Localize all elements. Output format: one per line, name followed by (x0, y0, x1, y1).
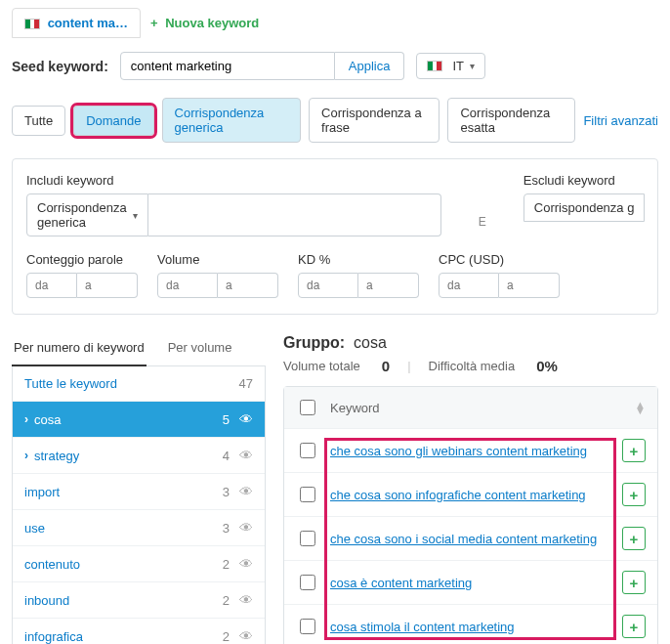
kw-group-label: infografica (24, 629, 202, 644)
cpc-to[interactable] (499, 273, 560, 298)
volume-to[interactable] (218, 273, 278, 298)
eye-icon[interactable]: 👁 (239, 592, 253, 608)
add-button[interactable]: + (622, 615, 646, 638)
row-checkbox[interactable] (300, 619, 315, 634)
chevron-down-icon: ▾ (133, 210, 138, 221)
apply-button[interactable]: Applica (335, 52, 405, 80)
flag-icon (24, 19, 40, 29)
sort-icon[interactable]: ▲▼ (635, 402, 646, 413)
exclude-match-label: Corrispondenza g (534, 200, 635, 215)
new-keyword-label: Nuova keyword (165, 16, 259, 30)
and-separator: E (475, 215, 490, 236)
seed-label: Seed keyword: (12, 59, 108, 74)
locale-select[interactable]: IT ▾ (416, 53, 485, 79)
tab-main[interactable]: content ma… (12, 8, 141, 38)
keyword-link[interactable]: che cosa sono gli webinars content marke… (330, 444, 587, 458)
add-button[interactable]: + (622, 527, 646, 550)
chevron-right-icon: › (24, 449, 28, 462)
kw-group-item[interactable]: infografica2👁 (13, 619, 265, 644)
view-tab-by-kw[interactable]: Per numero di keyword (12, 332, 147, 366)
table-row: cosa stimola il content marketing+ (284, 605, 657, 644)
kw-group-label: inbound (24, 593, 202, 608)
cpc-label: CPC (USD) (439, 252, 560, 267)
kd-to[interactable] (358, 273, 419, 298)
eye-icon[interactable]: 👁 (239, 556, 253, 572)
add-button[interactable]: + (622, 571, 646, 594)
kw-group-item[interactable]: import3👁 (13, 474, 265, 510)
stat-separator: | (407, 359, 410, 373)
keyword-table: Keyword ▲▼ che cosa sono gli webinars co… (283, 386, 658, 644)
exclude-match-select[interactable]: Corrispondenza g (523, 193, 646, 222)
add-button[interactable]: + (622, 439, 646, 462)
kw-group-item[interactable]: ›cosa5👁 (13, 402, 265, 438)
row-checkbox[interactable] (300, 531, 315, 546)
volume-label: Volume (157, 252, 278, 267)
row-checkbox[interactable] (300, 575, 315, 590)
eye-icon[interactable]: 👁 (239, 411, 253, 427)
volume-from[interactable] (157, 273, 218, 298)
flag-icon (427, 61, 442, 71)
filter-tab-exact[interactable]: Corrispondenza esatta (447, 98, 575, 143)
total-volume-value: 0 (382, 358, 390, 374)
keyword-link[interactable]: cosa stimola il content marketing (330, 620, 515, 634)
add-button[interactable]: + (622, 483, 646, 506)
include-match-select[interactable]: Corrispondenza generica ▾ (26, 193, 148, 236)
wordcount-from[interactable] (26, 273, 77, 298)
eye-icon[interactable]: 👁 (239, 484, 253, 499)
table-header-row: Keyword ▲▼ (284, 387, 657, 429)
kw-group-count: 2 (202, 629, 230, 644)
cpc-from[interactable] (439, 273, 499, 298)
exclude-label: Escludi keyword (523, 173, 646, 188)
include-input[interactable] (148, 193, 441, 236)
table-row: che cosa sono i social media content mar… (284, 517, 657, 561)
filter-tab-broad[interactable]: Corrispondenza generica (162, 98, 302, 143)
chevron-down-icon: ▾ (470, 61, 475, 71)
filter-tab-all[interactable]: Tutte (12, 106, 65, 136)
group-title-prefix: Gruppo: (283, 334, 345, 351)
tab-main-label: content ma… (48, 16, 128, 30)
filter-tab-phrase[interactable]: Corrispondenza a frase (309, 98, 440, 143)
wordcount-to[interactable] (77, 273, 138, 298)
plus-icon: + (150, 16, 158, 30)
table-row: che cosa sono gli webinars content marke… (284, 429, 657, 473)
eye-icon[interactable]: 👁 (239, 628, 253, 644)
kw-group-count: 2 (202, 593, 230, 608)
keyword-group-list: Tutte le keyword 47 ›cosa5👁›strategy4👁im… (12, 366, 266, 644)
chevron-right-icon: › (24, 412, 28, 426)
kw-group-item[interactable]: contenuto2👁 (13, 546, 265, 582)
seed-input[interactable] (120, 52, 335, 80)
col-keyword[interactable]: Keyword (330, 401, 623, 415)
kw-group-label: Tutte le keyword (24, 376, 226, 391)
row-checkbox[interactable] (300, 443, 315, 458)
group-title-value: cosa (354, 334, 387, 351)
kw-group-item[interactable]: inbound2👁 (13, 582, 265, 619)
kw-group-item[interactable]: ›strategy4👁 (13, 438, 265, 474)
table-row: cosa è content marketing+ (284, 561, 657, 605)
kw-group-count: 3 (202, 485, 230, 499)
eye-icon[interactable]: 👁 (239, 448, 253, 463)
include-match-label: Corrispondenza generica (37, 200, 127, 230)
kw-group-label: cosa (34, 412, 202, 427)
keyword-link[interactable]: che cosa sono i social media content mar… (330, 532, 597, 546)
select-all-checkbox[interactable] (300, 400, 315, 415)
kw-group-count: 5 (202, 412, 230, 427)
kw-group-label: contenuto (24, 557, 202, 572)
kd-from[interactable] (298, 273, 358, 298)
row-checkbox[interactable] (300, 487, 315, 502)
kw-group-all[interactable]: Tutte le keyword 47 (13, 366, 265, 402)
kw-group-item[interactable]: use3👁 (13, 510, 265, 546)
kw-group-count: 3 (202, 521, 230, 536)
total-volume-label: Volume totale (283, 359, 360, 373)
advanced-filters-link[interactable]: Filtri avanzati (583, 113, 658, 128)
view-tab-by-vol[interactable]: Per volume (166, 332, 234, 365)
keyword-link[interactable]: cosa è content marketing (330, 576, 472, 590)
group-title: Gruppo: cosa (283, 334, 658, 352)
include-label: Includi keyword (26, 173, 441, 188)
kw-group-count: 4 (202, 449, 230, 463)
new-keyword-button[interactable]: + Nuova keyword (150, 16, 259, 30)
kw-group-count: 2 (202, 557, 230, 572)
keyword-link[interactable]: che cosa sono infografiche content marke… (330, 488, 586, 502)
eye-icon[interactable]: 👁 (239, 520, 253, 536)
filter-tab-questions[interactable]: Domande (73, 106, 153, 136)
filter-panel: Includi keyword Corrispondenza generica … (12, 158, 658, 315)
